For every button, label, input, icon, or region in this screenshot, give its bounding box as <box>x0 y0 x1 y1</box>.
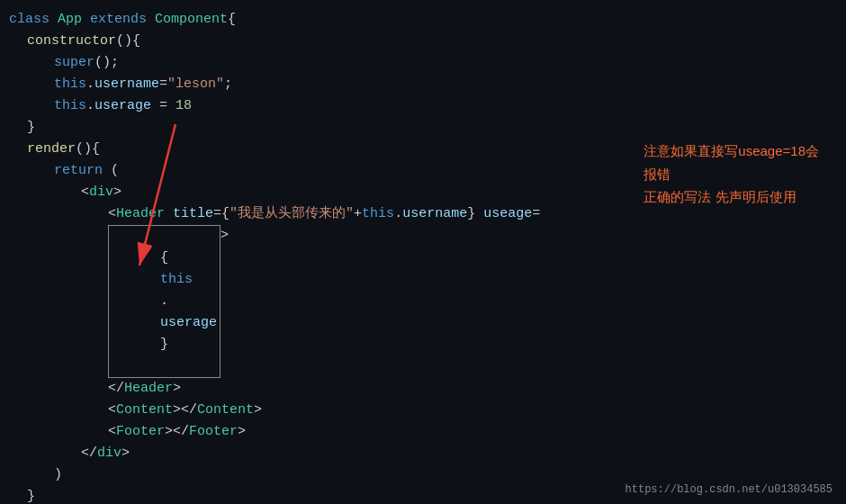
this-keyword-1: this <box>54 74 86 95</box>
annotation-line2: 报错 <box>644 163 819 186</box>
code-line-2: constructor (){ <box>0 31 846 52</box>
parent-class: Component <box>155 9 228 31</box>
url-text: https://blog.csdn.net/u013034585 <box>626 483 832 496</box>
keyword-class: class <box>9 9 50 31</box>
footer-close-tag: Footer <box>189 421 238 443</box>
title-attr: title <box>173 203 213 225</box>
useage-attr: useage <box>483 203 532 225</box>
content-close-tag: Content <box>197 400 254 421</box>
footer-tag: Footer <box>116 421 165 443</box>
code-line-12: </ Header > <box>0 378 846 400</box>
class-name: App <box>58 9 82 31</box>
url-label: https://blog.csdn.net/u013034585 <box>626 482 832 497</box>
code-line-14: < Footer ></ Footer > <box>0 421 846 443</box>
div-close-tag: div <box>97 443 122 464</box>
userage-ref: userage <box>160 315 217 330</box>
code-line-1: class App extends Component { <box>0 9 846 31</box>
content-tag: Content <box>116 400 173 421</box>
username-ref: username <box>402 203 467 225</box>
constructor-fn: constructor <box>27 31 116 52</box>
code-editor: class App extends Component { constructo… <box>0 0 846 504</box>
annotation-line3: 正确的写法 先声明后使用 <box>644 185 819 209</box>
keyword-super: super <box>54 52 94 74</box>
div-open-tag: div <box>89 182 113 203</box>
code-line-13: < Content ></ Content > <box>0 400 846 421</box>
this-keyword-2: this <box>54 95 86 117</box>
userage-value: 18 <box>176 95 192 117</box>
code-line-11: { this . userage } > <box>0 225 846 378</box>
header-close-tag: Header <box>124 378 173 400</box>
code-line-4: this . username = "leson" ; <box>0 74 846 95</box>
username-value: "leson" <box>167 74 224 95</box>
username-prop: username <box>94 74 159 95</box>
code-line-15: </ div > <box>0 443 846 464</box>
annotation-line1: 注意如果直接写useage=18会 <box>644 140 819 163</box>
code-line-5: this . userage = 18 <box>0 95 846 117</box>
keyword-return: return <box>54 160 103 182</box>
render-fn: render <box>27 139 76 160</box>
code-line-3: super (); <box>0 52 846 74</box>
keyword-extends: extends <box>90 9 147 31</box>
annotation-box: 注意如果直接写useage=18会 报错 正确的写法 先声明后使用 <box>644 140 819 209</box>
highlight-box: { this . userage } <box>108 225 220 378</box>
userage-prop: userage <box>94 95 151 117</box>
title-string: "我是从头部传来的" <box>230 203 354 225</box>
this-keyword-4: this <box>160 272 193 287</box>
header-tag: Header <box>116 203 165 225</box>
code-line-6: } <box>0 117 846 139</box>
this-keyword-3: this <box>362 203 394 225</box>
